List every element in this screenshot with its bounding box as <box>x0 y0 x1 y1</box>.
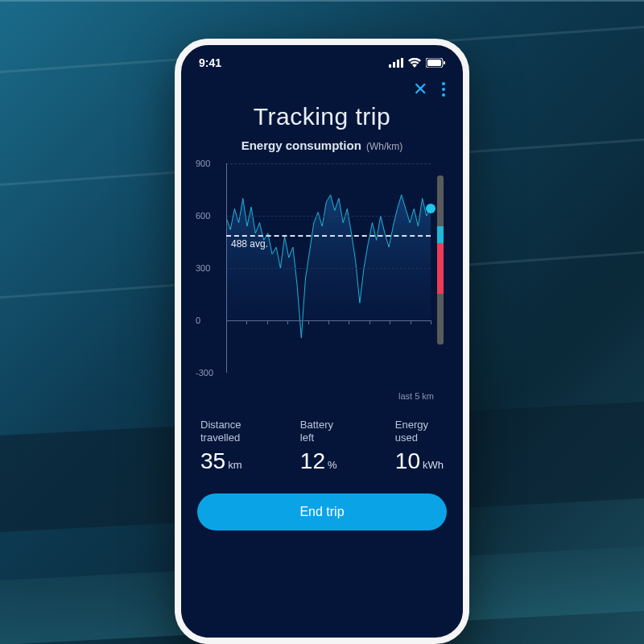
trip-stats: Distancetravelled 35km Batteryleft 12% E… <box>181 404 463 479</box>
ytick-900: 900 <box>196 159 210 168</box>
ytick-300: 300 <box>196 263 210 273</box>
page-title: Tracking trip <box>181 103 463 130</box>
average-label: 488 avg. <box>231 238 268 250</box>
status-bar: 9:41 <box>181 45 463 74</box>
svg-rect-5 <box>427 60 441 66</box>
status-time: 9:41 <box>199 56 221 69</box>
average-line <box>226 235 431 237</box>
ytick-0: 0 <box>196 316 200 325</box>
chart-subtitle: Energy consumption (Wh/km) <box>181 138 463 152</box>
chart-plot-area: 488 avg. <box>226 163 431 373</box>
distance-value: 35 <box>200 448 225 473</box>
subtitle-text: Energy consumption <box>242 138 361 152</box>
cellular-signal-icon <box>389 58 403 68</box>
close-icon[interactable]: ✕ <box>413 80 427 98</box>
ytick-600: 600 <box>196 211 210 221</box>
end-trip-button[interactable]: End trip <box>197 493 447 530</box>
ytick-m300: -300 <box>196 368 213 378</box>
svg-rect-0 <box>389 64 391 68</box>
svg-rect-2 <box>397 60 399 68</box>
wifi-icon <box>408 58 421 68</box>
energy-value: 10 <box>395 448 420 473</box>
svg-rect-3 <box>401 58 403 68</box>
y-axis-labels: 900 600 300 0 -300 <box>196 163 223 373</box>
more-options-icon[interactable] <box>440 80 447 98</box>
battery-value: 12 <box>300 448 325 473</box>
phone-frame: 9:41 ✕ Tracking trip Energy consumption … <box>175 39 469 644</box>
subtitle-unit: (Wh/km) <box>366 141 402 152</box>
current-point-marker <box>426 204 436 213</box>
range-gauge <box>437 175 444 345</box>
stat-distance: Distancetravelled 35km <box>200 419 242 474</box>
svg-rect-6 <box>444 61 445 64</box>
battery-icon <box>426 58 445 68</box>
svg-rect-1 <box>393 62 395 68</box>
energy-chart: 900 600 300 0 -300 488 avg. last 5 km <box>196 163 448 401</box>
stat-battery: Batteryleft 12% <box>300 419 337 474</box>
x-axis-note: last 5 km <box>398 391 434 401</box>
stat-energy: Energyused 10kWh <box>395 419 444 474</box>
